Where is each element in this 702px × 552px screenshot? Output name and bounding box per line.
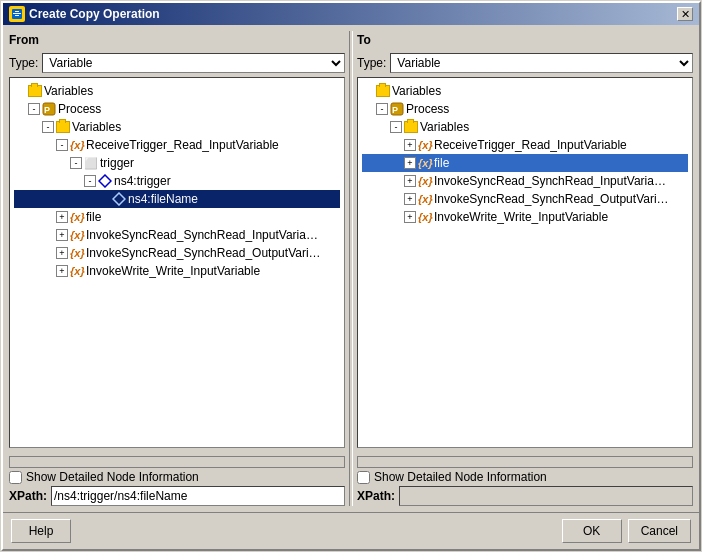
svg-rect-1 bbox=[13, 13, 21, 14]
right-scrollbar[interactable] bbox=[357, 456, 693, 468]
expand-icon[interactable]: + bbox=[404, 157, 416, 169]
window: Create Copy Operation ✕ From Type: Varia… bbox=[1, 1, 701, 551]
svg-rect-3 bbox=[15, 15, 19, 16]
right-tree-invoke-out[interactable]: + {x} InvokeSyncRead_SynchRead_OutputVar… bbox=[362, 190, 688, 208]
folder-icon bbox=[56, 121, 70, 133]
var-icon: {x} bbox=[418, 210, 432, 224]
var-icon: {x} bbox=[418, 192, 432, 206]
svg-text:P: P bbox=[392, 105, 398, 115]
left-xpath-label: XPath: bbox=[9, 489, 47, 503]
right-tree-vars[interactable]: Variables bbox=[362, 82, 688, 100]
left-tree-process[interactable]: - P Process bbox=[14, 100, 340, 118]
left-tree-trigger[interactable]: - ⬜ trigger bbox=[14, 154, 340, 172]
var-icon: {x} bbox=[418, 138, 432, 152]
expand-icon[interactable]: + bbox=[404, 175, 416, 187]
var-icon: {x} bbox=[70, 246, 84, 260]
window-icon bbox=[9, 6, 25, 22]
expand-icon[interactable]: + bbox=[56, 229, 68, 241]
expand-icon[interactable]: + bbox=[404, 211, 416, 223]
right-checkbox-label: Show Detailed Node Information bbox=[374, 470, 547, 484]
svg-rect-2 bbox=[15, 11, 19, 12]
left-checkbox-label: Show Detailed Node Information bbox=[26, 470, 199, 484]
right-tree-receive[interactable]: + {x} ReceiveTrigger_Read_InputVariable bbox=[362, 136, 688, 154]
process-icon: P bbox=[390, 102, 404, 116]
left-tree-vars2[interactable]: - Variables bbox=[14, 118, 340, 136]
title-bar: Create Copy Operation ✕ bbox=[3, 3, 699, 25]
right-type-select-wrapper[interactable]: Variable bbox=[390, 53, 693, 73]
left-type-label: Type: bbox=[9, 56, 38, 70]
folder-icon bbox=[376, 85, 390, 97]
title-bar-text: Create Copy Operation bbox=[9, 6, 160, 22]
left-tree-file[interactable]: + {x} file bbox=[14, 208, 340, 226]
right-panel: To Type: Variable Variables - bbox=[357, 31, 693, 506]
from-title: From bbox=[9, 31, 345, 49]
left-detailed-checkbox[interactable] bbox=[9, 471, 22, 484]
left-tree-receive[interactable]: - {x} ReceiveTrigger_Read_InputVariable bbox=[14, 136, 340, 154]
expand-icon[interactable]: - bbox=[28, 103, 40, 115]
var-icon: {x} bbox=[418, 174, 432, 188]
expand-icon[interactable]: - bbox=[70, 157, 82, 169]
elem-icon: ⬜ bbox=[84, 156, 98, 170]
expand-icon[interactable]: + bbox=[404, 139, 416, 151]
left-scrollbar[interactable] bbox=[9, 456, 345, 468]
footer: Help OK Cancel bbox=[3, 512, 699, 549]
close-button[interactable]: ✕ bbox=[677, 7, 693, 21]
svg-marker-7 bbox=[113, 193, 125, 205]
left-bottom: Show Detailed Node Information XPath: bbox=[9, 452, 345, 506]
folder-icon bbox=[28, 85, 42, 97]
right-tree-process[interactable]: - P Process bbox=[362, 100, 688, 118]
right-type-row: Type: Variable bbox=[357, 53, 693, 73]
right-tree-file[interactable]: + {x} file bbox=[362, 154, 688, 172]
right-tree[interactable]: Variables - P Process - Variables bbox=[357, 77, 693, 448]
main-content: From Type: Variable Variables - bbox=[3, 25, 699, 512]
right-type-label: Type: bbox=[357, 56, 386, 70]
ok-button[interactable]: OK bbox=[562, 519, 622, 543]
left-tree-invoke-out[interactable]: + {x} InvokeSyncRead_SynchRead_OutputVar… bbox=[14, 244, 340, 262]
right-xpath-label: XPath: bbox=[357, 489, 395, 503]
svg-marker-6 bbox=[99, 175, 111, 187]
expand-icon[interactable]: + bbox=[56, 265, 68, 277]
left-type-row: Type: Variable bbox=[9, 53, 345, 73]
left-type-select[interactable]: Variable bbox=[42, 53, 345, 73]
process-icon: P bbox=[42, 102, 56, 116]
right-tree-vars2[interactable]: - Variables bbox=[362, 118, 688, 136]
svg-text:P: P bbox=[44, 105, 50, 115]
left-panel: From Type: Variable Variables - bbox=[9, 31, 345, 506]
expand-icon[interactable]: - bbox=[84, 175, 96, 187]
right-xpath-row: XPath: bbox=[357, 486, 693, 506]
expand-icon[interactable]: - bbox=[376, 103, 388, 115]
right-detailed-checkbox[interactable] bbox=[357, 471, 370, 484]
expand-icon[interactable]: + bbox=[56, 247, 68, 259]
right-tree-invoke-in[interactable]: + {x} InvokeSyncRead_SynchRead_InputVari… bbox=[362, 172, 688, 190]
left-tree-ns4filename[interactable]: ns4:fileName bbox=[14, 190, 340, 208]
expand-icon[interactable]: + bbox=[404, 193, 416, 205]
expand-icon[interactable]: + bbox=[56, 211, 68, 223]
var-icon: {x} bbox=[70, 138, 84, 152]
left-tree-invoke-in[interactable]: + {x} InvokeSyncRead_SynchRead_InputVari… bbox=[14, 226, 340, 244]
right-type-select[interactable]: Variable bbox=[390, 53, 693, 73]
expand-icon[interactable]: - bbox=[42, 121, 54, 133]
expand-icon[interactable]: - bbox=[390, 121, 402, 133]
var-icon: {x} bbox=[70, 228, 84, 242]
cancel-button[interactable]: Cancel bbox=[628, 519, 691, 543]
left-xpath-input[interactable] bbox=[51, 486, 345, 506]
right-tree-invokewrite[interactable]: + {x} InvokeWrite_Write_InputVariable bbox=[362, 208, 688, 226]
left-tree-vars[interactable]: Variables bbox=[14, 82, 340, 100]
var-icon: {x} bbox=[70, 264, 84, 278]
left-type-select-wrapper[interactable]: Variable bbox=[42, 53, 345, 73]
left-xpath-row: XPath: bbox=[9, 486, 345, 506]
footer-right-buttons: OK Cancel bbox=[562, 519, 691, 543]
right-checkbox-row: Show Detailed Node Information bbox=[357, 470, 693, 484]
left-tree-invokewrite[interactable]: + {x} InvokeWrite_Write_InputVariable bbox=[14, 262, 340, 280]
right-xpath-input[interactable] bbox=[399, 486, 693, 506]
to-title: To bbox=[357, 31, 693, 49]
var-icon: {x} bbox=[70, 210, 84, 224]
expand-icon[interactable]: - bbox=[56, 139, 68, 151]
diamond-icon bbox=[112, 192, 126, 206]
left-checkbox-row: Show Detailed Node Information bbox=[9, 470, 345, 484]
right-bottom: Show Detailed Node Information XPath: bbox=[357, 452, 693, 506]
panel-divider bbox=[349, 31, 353, 506]
left-tree-ns4trigger[interactable]: - ns4:trigger bbox=[14, 172, 340, 190]
help-button[interactable]: Help bbox=[11, 519, 71, 543]
left-tree[interactable]: Variables - P Process - Variables bbox=[9, 77, 345, 448]
